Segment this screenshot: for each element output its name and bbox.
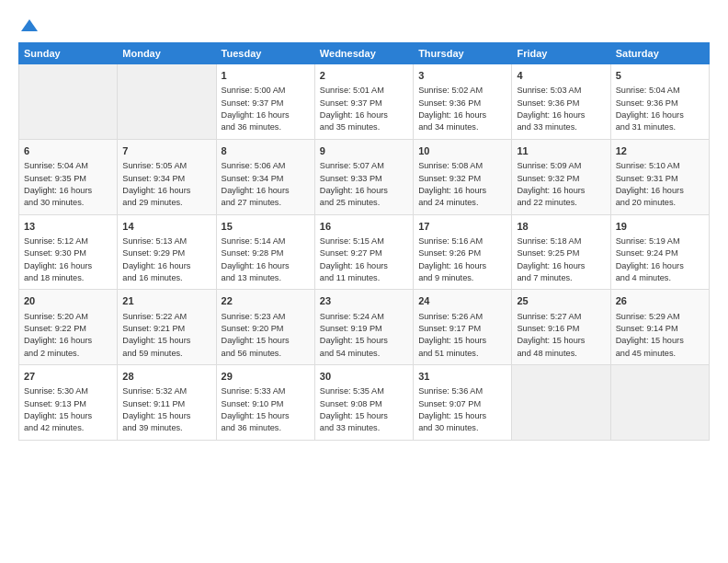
calendar-cell bbox=[118, 64, 216, 140]
day-number: 30 bbox=[320, 370, 408, 384]
week-row-1: 1Sunrise: 5:00 AM Sunset: 9:37 PM Daylig… bbox=[19, 64, 710, 140]
day-info: Sunrise: 5:29 AM Sunset: 9:14 PM Dayligh… bbox=[616, 311, 704, 360]
calendar-cell: 31Sunrise: 5:36 AM Sunset: 9:07 PM Dayli… bbox=[414, 365, 512, 441]
day-number: 24 bbox=[418, 294, 506, 308]
calendar-cell: 10Sunrise: 5:08 AM Sunset: 9:32 PM Dayli… bbox=[414, 139, 512, 214]
header-day-tuesday: Tuesday bbox=[216, 43, 314, 64]
day-number: 29 bbox=[222, 370, 310, 384]
day-info: Sunrise: 5:07 AM Sunset: 9:33 PM Dayligh… bbox=[320, 160, 408, 209]
day-number: 31 bbox=[418, 370, 506, 384]
calendar-cell: 30Sunrise: 5:35 AM Sunset: 9:08 PM Dayli… bbox=[314, 365, 413, 441]
day-info: Sunrise: 5:36 AM Sunset: 9:07 PM Dayligh… bbox=[418, 385, 506, 434]
header-day-thursday: Thursday bbox=[414, 43, 512, 64]
day-info: Sunrise: 5:23 AM Sunset: 9:20 PM Dayligh… bbox=[222, 311, 310, 360]
calendar-cell: 13Sunrise: 5:12 AM Sunset: 9:30 PM Dayli… bbox=[19, 214, 118, 290]
calendar-cell: 28Sunrise: 5:32 AM Sunset: 9:11 PM Dayli… bbox=[118, 365, 216, 441]
day-number: 11 bbox=[517, 144, 605, 158]
calendar-cell: 8Sunrise: 5:06 AM Sunset: 9:34 PM Daylig… bbox=[216, 139, 314, 214]
calendar-cell: 27Sunrise: 5:30 AM Sunset: 9:13 PM Dayli… bbox=[19, 365, 118, 441]
day-number: 10 bbox=[418, 144, 506, 158]
day-info: Sunrise: 5:22 AM Sunset: 9:21 PM Dayligh… bbox=[122, 311, 210, 360]
header-day-friday: Friday bbox=[512, 43, 610, 64]
day-number: 28 bbox=[122, 370, 210, 384]
calendar-cell: 24Sunrise: 5:26 AM Sunset: 9:17 PM Dayli… bbox=[414, 290, 512, 365]
day-info: Sunrise: 5:04 AM Sunset: 9:35 PM Dayligh… bbox=[24, 160, 112, 209]
day-info: Sunrise: 5:14 AM Sunset: 9:28 PM Dayligh… bbox=[222, 236, 310, 284]
day-number: 8 bbox=[222, 144, 310, 158]
calendar-cell: 26Sunrise: 5:29 AM Sunset: 9:14 PM Dayli… bbox=[610, 290, 709, 365]
day-info: Sunrise: 5:32 AM Sunset: 9:11 PM Dayligh… bbox=[122, 385, 210, 434]
calendar-header-row: SundayMondayTuesdayWednesdayThursdayFrid… bbox=[19, 43, 710, 64]
calendar-cell: 17Sunrise: 5:16 AM Sunset: 9:26 PM Dayli… bbox=[414, 214, 512, 290]
day-number: 6 bbox=[24, 144, 112, 158]
day-info: Sunrise: 5:20 AM Sunset: 9:22 PM Dayligh… bbox=[24, 311, 112, 360]
day-number: 5 bbox=[616, 69, 704, 83]
day-number: 19 bbox=[616, 220, 704, 234]
calendar-cell: 29Sunrise: 5:33 AM Sunset: 9:10 PM Dayli… bbox=[216, 365, 314, 441]
calendar-cell: 23Sunrise: 5:24 AM Sunset: 9:19 PM Dayli… bbox=[314, 290, 413, 365]
calendar-cell: 15Sunrise: 5:14 AM Sunset: 9:28 PM Dayli… bbox=[216, 214, 314, 290]
calendar-cell: 6Sunrise: 5:04 AM Sunset: 9:35 PM Daylig… bbox=[19, 139, 118, 214]
calendar-cell: 21Sunrise: 5:22 AM Sunset: 9:21 PM Dayli… bbox=[118, 290, 216, 365]
calendar-cell: 1Sunrise: 5:00 AM Sunset: 9:37 PM Daylig… bbox=[216, 64, 314, 140]
day-number: 23 bbox=[320, 294, 408, 308]
calendar-table: SundayMondayTuesdayWednesdayThursdayFrid… bbox=[18, 42, 710, 441]
header-day-sunday: Sunday bbox=[19, 43, 118, 64]
calendar-cell: 14Sunrise: 5:13 AM Sunset: 9:29 PM Dayli… bbox=[118, 214, 216, 290]
day-info: Sunrise: 5:30 AM Sunset: 9:13 PM Dayligh… bbox=[24, 385, 112, 434]
calendar-cell bbox=[610, 365, 709, 441]
calendar-cell: 11Sunrise: 5:09 AM Sunset: 9:32 PM Dayli… bbox=[512, 139, 610, 214]
day-number: 1 bbox=[222, 69, 310, 83]
day-info: Sunrise: 5:15 AM Sunset: 9:27 PM Dayligh… bbox=[320, 236, 408, 284]
day-number: 7 bbox=[122, 144, 210, 158]
logo-icon bbox=[20, 17, 39, 35]
day-info: Sunrise: 5:19 AM Sunset: 9:24 PM Dayligh… bbox=[616, 236, 704, 284]
calendar-cell: 4Sunrise: 5:03 AM Sunset: 9:36 PM Daylig… bbox=[512, 64, 610, 140]
day-number: 27 bbox=[24, 370, 112, 384]
header-area bbox=[18, 17, 710, 35]
day-info: Sunrise: 5:03 AM Sunset: 9:36 PM Dayligh… bbox=[517, 85, 605, 133]
calendar-cell: 9Sunrise: 5:07 AM Sunset: 9:33 PM Daylig… bbox=[314, 139, 413, 214]
day-number: 12 bbox=[616, 144, 704, 158]
day-number: 17 bbox=[418, 220, 506, 234]
week-row-4: 20Sunrise: 5:20 AM Sunset: 9:22 PM Dayli… bbox=[19, 290, 710, 365]
day-info: Sunrise: 5:01 AM Sunset: 9:37 PM Dayligh… bbox=[320, 85, 408, 133]
day-info: Sunrise: 5:16 AM Sunset: 9:26 PM Dayligh… bbox=[418, 236, 506, 284]
day-number: 3 bbox=[418, 69, 506, 83]
day-number: 14 bbox=[122, 220, 210, 234]
header-day-monday: Monday bbox=[118, 43, 216, 64]
day-number: 15 bbox=[222, 220, 310, 234]
day-number: 25 bbox=[517, 294, 605, 308]
day-number: 26 bbox=[616, 294, 704, 308]
calendar-cell: 20Sunrise: 5:20 AM Sunset: 9:22 PM Dayli… bbox=[19, 290, 118, 365]
day-number: 21 bbox=[122, 294, 210, 308]
calendar-cell: 12Sunrise: 5:10 AM Sunset: 9:31 PM Dayli… bbox=[610, 139, 709, 214]
day-info: Sunrise: 5:18 AM Sunset: 9:25 PM Dayligh… bbox=[517, 236, 605, 284]
calendar-cell: 5Sunrise: 5:04 AM Sunset: 9:36 PM Daylig… bbox=[610, 64, 709, 140]
day-info: Sunrise: 5:04 AM Sunset: 9:36 PM Dayligh… bbox=[616, 85, 704, 133]
header-day-saturday: Saturday bbox=[610, 43, 709, 64]
week-row-5: 27Sunrise: 5:30 AM Sunset: 9:13 PM Dayli… bbox=[19, 365, 710, 441]
page: SundayMondayTuesdayWednesdayThursdayFrid… bbox=[0, 0, 728, 450]
logo bbox=[18, 17, 40, 35]
calendar-cell: 16Sunrise: 5:15 AM Sunset: 9:27 PM Dayli… bbox=[314, 214, 413, 290]
calendar-cell: 25Sunrise: 5:27 AM Sunset: 9:16 PM Dayli… bbox=[512, 290, 610, 365]
calendar-cell: 22Sunrise: 5:23 AM Sunset: 9:20 PM Dayli… bbox=[216, 290, 314, 365]
day-info: Sunrise: 5:00 AM Sunset: 9:37 PM Dayligh… bbox=[222, 85, 310, 133]
day-info: Sunrise: 5:12 AM Sunset: 9:30 PM Dayligh… bbox=[24, 236, 112, 284]
calendar-cell bbox=[512, 365, 610, 441]
week-row-3: 13Sunrise: 5:12 AM Sunset: 9:30 PM Dayli… bbox=[19, 214, 710, 290]
day-info: Sunrise: 5:10 AM Sunset: 9:31 PM Dayligh… bbox=[616, 160, 704, 209]
day-number: 20 bbox=[24, 294, 112, 308]
calendar-cell: 7Sunrise: 5:05 AM Sunset: 9:34 PM Daylig… bbox=[118, 139, 216, 214]
calendar-cell: 2Sunrise: 5:01 AM Sunset: 9:37 PM Daylig… bbox=[314, 64, 413, 140]
day-info: Sunrise: 5:02 AM Sunset: 9:36 PM Dayligh… bbox=[418, 85, 506, 133]
day-number: 4 bbox=[517, 69, 605, 83]
header-day-wednesday: Wednesday bbox=[314, 43, 413, 64]
day-info: Sunrise: 5:08 AM Sunset: 9:32 PM Dayligh… bbox=[418, 160, 506, 209]
week-row-2: 6Sunrise: 5:04 AM Sunset: 9:35 PM Daylig… bbox=[19, 139, 710, 214]
day-number: 2 bbox=[320, 69, 408, 83]
day-info: Sunrise: 5:09 AM Sunset: 9:32 PM Dayligh… bbox=[517, 160, 605, 209]
day-number: 18 bbox=[517, 220, 605, 234]
calendar-cell bbox=[19, 64, 118, 140]
